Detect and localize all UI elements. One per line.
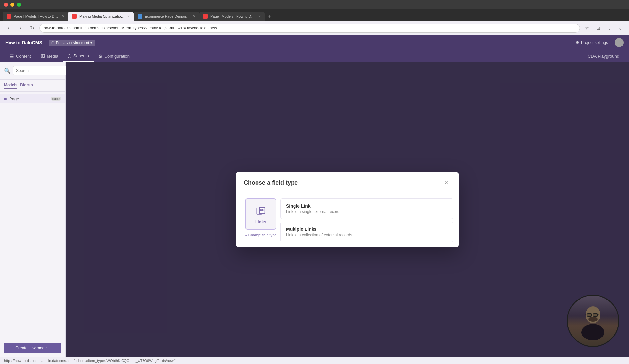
nav-configuration-label: Configuration: [105, 54, 130, 59]
item-dot-page: [4, 98, 7, 100]
change-field-type-link[interactable]: « Change field type: [245, 233, 276, 237]
multiple-links-title: Multiple Links: [286, 227, 448, 232]
app-header: How to DatoCMS ⬡ Primary environment ▾ ⚙…: [0, 35, 629, 50]
sidebar-tabs: Models Blocks: [0, 80, 65, 92]
configuration-icon: ⚙: [98, 54, 103, 59]
app-content: How to DatoCMS ⬡ Primary environment ▾ ⚙…: [0, 35, 629, 364]
settings-label: Project settings: [581, 40, 608, 45]
tab-favicon-4: [203, 14, 208, 19]
field-type-panel: Links « Change field type: [241, 198, 280, 242]
traffic-light-maximize[interactable]: [17, 3, 21, 7]
main-layout: 🔍 ↻ Models Blocks Page page: [0, 62, 629, 357]
app-nav: ☰ Content 🖼 Media ⬡ Schema ⚙ Configurati…: [0, 50, 629, 62]
sidebar-item-page[interactable]: Page page: [0, 94, 65, 103]
single-link-option[interactable]: Single Link Link to a single external re…: [280, 198, 453, 219]
tab-close-4[interactable]: ×: [258, 14, 261, 19]
nav-schema-label: Schema: [73, 53, 89, 58]
address-bar[interactable]: how-to-datocms.admin.datocms.com/schema/…: [39, 24, 580, 33]
sidebar-item-page-label: Page: [9, 96, 48, 101]
sidebar-search-bar: 🔍 ↻: [0, 62, 65, 80]
traffic-light-close[interactable]: [4, 3, 8, 7]
sidebar-item-page-badge: page: [51, 97, 61, 101]
nav-item-schema[interactable]: ⬡ Schema: [63, 51, 94, 62]
content-area: Add some fields to this model! What kind…: [66, 62, 629, 357]
sidebar-tab-blocks[interactable]: Blocks: [20, 82, 33, 89]
sidebar-footer: + + Create new model: [0, 339, 65, 357]
browser-frame: Page | Models | How to Dato... × Making …: [0, 0, 629, 364]
new-tab-button[interactable]: +: [265, 12, 274, 21]
environment-badge[interactable]: ⬡ Primary environment ▾: [49, 40, 95, 46]
tab-close-2[interactable]: ×: [127, 14, 130, 19]
address-bar-text: how-to-datocms.admin.datocms.com/schema/…: [44, 26, 217, 30]
environment-icon: ⬡: [51, 41, 55, 45]
tab-label-3: Ecommerce Page Demonstrat...: [145, 14, 190, 18]
sidebar-tab-models[interactable]: Models: [4, 82, 17, 89]
status-bar: https://how-to-datocms.admin.datocms.com…: [0, 357, 629, 364]
browser-tab-1[interactable]: Page | Models | How to Dato... ×: [3, 12, 68, 21]
chevron-down-icon[interactable]: ⌄: [616, 24, 625, 33]
modal-title: Choose a field type: [244, 179, 298, 186]
single-link-description: Link to a single external record: [286, 209, 448, 214]
multiple-links-option[interactable]: Multiple Links Link to a collection of e…: [280, 222, 453, 242]
tab-label-2: Making Media Optimization a...: [79, 14, 125, 18]
environment-label: Primary environment: [56, 41, 89, 45]
modal-overlay[interactable]: Choose a field type ×: [66, 62, 629, 357]
tab-close-3[interactable]: ×: [193, 14, 195, 19]
modal-body: Links « Change field type Single Link Li…: [236, 193, 459, 247]
create-btn-label: + Create new model: [12, 346, 48, 350]
back-button[interactable]: ‹: [4, 24, 13, 33]
links-type-icon: [254, 204, 268, 218]
search-icon: 🔍: [4, 68, 10, 74]
content-icon: ☰: [10, 54, 14, 59]
modal-header: Choose a field type ×: [236, 172, 459, 193]
tab-favicon-2: [72, 14, 77, 19]
multiple-links-description: Link to a collection of external records: [286, 233, 448, 237]
nav-item-media[interactable]: 🖼 Media: [36, 51, 63, 62]
bookmark-icon[interactable]: ☆: [582, 24, 592, 33]
user-avatar[interactable]: [615, 38, 624, 47]
nav-item-coa[interactable]: CDA Playground: [583, 51, 624, 61]
create-icon: +: [8, 346, 10, 350]
browser-tab-2[interactable]: Making Media Optimization a... ×: [68, 12, 134, 21]
modal-close-button[interactable]: ×: [442, 178, 451, 188]
schema-icon: ⬡: [67, 53, 71, 59]
reload-button[interactable]: ↻: [28, 24, 37, 33]
browser-tabs-bar: Page | Models | How to Dato... × Making …: [0, 9, 629, 21]
sidebar: 🔍 ↻ Models Blocks Page page: [0, 62, 66, 357]
tab-favicon-1: [7, 14, 11, 19]
tab-favicon-3: [138, 14, 142, 19]
nav-item-configuration[interactable]: ⚙ Configuration: [94, 51, 134, 62]
toolbar-actions: ☆ ⊡ ⋮ ⌄: [582, 24, 625, 33]
tab-label-1: Page | Models | How to Dato...: [14, 14, 59, 18]
media-icon: 🖼: [40, 54, 45, 59]
project-settings-link[interactable]: ⚙ Project settings: [576, 40, 608, 45]
traffic-light-minimize[interactable]: [10, 3, 14, 7]
environment-chevron: ▾: [90, 41, 92, 45]
nav-media-label: Media: [47, 54, 58, 59]
settings-icon: ⚙: [576, 40, 579, 45]
sidebar-search-input[interactable]: [13, 66, 68, 75]
field-type-modal: Choose a field type ×: [236, 172, 459, 247]
coa-label: CDA Playground: [588, 54, 619, 59]
nav-item-content[interactable]: ☰ Content: [5, 51, 36, 62]
app-logo: How to DatoCMS: [5, 40, 42, 45]
browser-tab-3[interactable]: Ecommerce Page Demonstrat... ×: [134, 12, 199, 21]
menu-icon[interactable]: ⋮: [605, 24, 614, 33]
browser-titlebar: [0, 0, 629, 9]
create-new-model-button[interactable]: + + Create new model: [4, 343, 61, 353]
extension-icon[interactable]: ⊡: [594, 24, 603, 33]
sidebar-items-section: Page page: [0, 92, 65, 106]
browser-tab-4[interactable]: Page | Models | How to Dato... ×: [199, 12, 265, 21]
nav-content-label: Content: [16, 54, 31, 59]
forward-button[interactable]: ›: [16, 24, 25, 33]
tab-close-1[interactable]: ×: [62, 14, 64, 19]
tab-label-4: Page | Models | How to Dato...: [210, 14, 256, 18]
status-url: https://how-to-datocms.admin.datocms.com…: [4, 359, 176, 363]
links-type-card[interactable]: Links: [245, 198, 276, 230]
links-type-name: Links: [255, 219, 266, 224]
browser-toolbar: ‹ › ↻ how-to-datocms.admin.datocms.com/s…: [0, 21, 629, 35]
single-link-title: Single Link: [286, 203, 448, 209]
link-options-panel: Single Link Link to a single external re…: [280, 198, 453, 242]
